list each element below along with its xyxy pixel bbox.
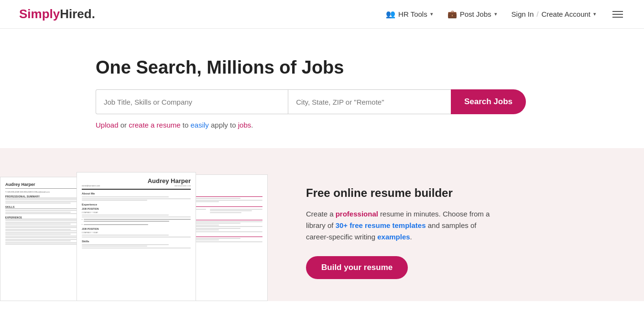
resume-line	[5, 212, 71, 213]
panel-desc-end: .	[410, 233, 412, 241]
resume-center-name: Audrey Harper	[148, 177, 191, 184]
resume-line	[82, 216, 191, 217]
logo-dot: .	[92, 7, 95, 21]
resume-previews: Audrey Harper T: 320-900-4328 320-900-43…	[0, 167, 277, 301]
hr-tools-nav[interactable]: 👥 HR Tools ▾	[386, 10, 433, 19]
resume-line	[5, 229, 71, 230]
hamburger-line-1	[612, 11, 623, 12]
sign-in-label: Sign In	[512, 10, 534, 18]
create-account-link[interactable]: Create Account ▾	[541, 10, 596, 18]
lower-section: Audrey Harper T: 320-900-4328 320-900-43…	[0, 148, 644, 301]
hamburger-line-2	[612, 14, 623, 15]
logo[interactable]: SimplyHired.	[19, 7, 95, 22]
nav-separator: /	[536, 10, 538, 18]
resume-line	[82, 196, 169, 197]
search-jobs-button[interactable]: Search Jobs	[451, 89, 526, 114]
hero-title: One Search, Millions of Jobs	[96, 57, 625, 78]
upload-resume-link[interactable]: Upload	[96, 121, 119, 129]
resume-center-header: name@surname.com Audrey Harper namesurna…	[82, 177, 191, 190]
resume-line	[82, 248, 191, 248]
panel-desc-highlight2: 30+ free resume templates	[336, 221, 426, 229]
resume-card-center: name@surname.com Audrey Harper namesurna…	[76, 172, 196, 301]
create-resume-link[interactable]: create a resume	[129, 121, 180, 129]
resume-center-bullets: •	[82, 218, 191, 223]
resume-builder-panel: Free online resume builder Create a prof…	[277, 167, 625, 298]
header-nav: 👥 HR Tools ▾ 💼 Post Jobs ▾ Sign In / Cre…	[386, 9, 625, 20]
resume-center-exp-title: Experience	[82, 203, 191, 206]
sign-in-link[interactable]: Sign In	[512, 10, 534, 18]
jobs-link[interactable]: jobs	[238, 121, 251, 129]
resume-line	[82, 200, 147, 201]
create-account-chevron-icon: ▾	[593, 11, 596, 17]
hr-tools-chevron-icon: ▾	[430, 11, 433, 17]
resume-center-company: COMPANY / YEAR	[82, 211, 191, 214]
resume-bullet-2	[84, 223, 191, 226]
panel-desc-part1: Create a	[306, 210, 336, 218]
resume-center-inner: name@surname.com Audrey Harper namesurna…	[77, 173, 196, 301]
post-jobs-label: Post Jobs	[460, 10, 491, 18]
easily-text: easily	[190, 121, 208, 129]
header: SimplyHired. 👥 HR Tools ▾ 💼 Post Jobs ▾ …	[0, 0, 644, 29]
location-search-input[interactable]	[288, 89, 451, 114]
panel-desc-highlight3: examples	[377, 233, 410, 241]
logo-hired: Hired	[60, 7, 91, 21]
resume-line	[82, 215, 169, 216]
logo-simply: Simply	[19, 7, 60, 21]
resume-center-bullets-2: •	[82, 223, 191, 226]
resume-center-website: namesurname.com	[148, 184, 191, 187]
build-resume-label: Build your resume	[321, 263, 393, 272]
post-jobs-chevron-icon: ▾	[494, 11, 497, 17]
resume-line	[5, 203, 71, 204]
resume-center-job-pos: JOB POSITION	[82, 207, 191, 210]
post-jobs-icon: 💼	[448, 10, 457, 19]
resume-link-line: Upload or create a resume to easily appl…	[96, 121, 625, 129]
resume-line	[82, 235, 169, 236]
hr-tools-icon: 👥	[386, 10, 395, 19]
panel-description: Create a professional resume in minutes.…	[306, 208, 497, 243]
resume-center-skills-title: Skills	[82, 240, 191, 243]
job-search-input[interactable]	[96, 89, 288, 114]
hamburger-menu-button[interactable]	[611, 9, 625, 20]
resume-center-job2: JOB POSITION	[82, 227, 191, 230]
search-bar: Search Jobs	[96, 89, 526, 114]
hamburger-line-3	[612, 17, 623, 18]
resume-center-email: name@surname.com	[82, 184, 100, 187]
hero-section: One Search, Millions of Jobs Search Jobs…	[0, 29, 644, 148]
post-jobs-nav[interactable]: 💼 Post Jobs ▾	[448, 10, 497, 19]
panel-desc-highlight1: professional	[336, 210, 378, 218]
resume-center-left: name@surname.com	[82, 184, 100, 187]
resume-bullet-1	[84, 218, 191, 223]
hr-tools-label: HR Tools	[398, 10, 427, 18]
build-resume-button[interactable]: Build your resume	[306, 256, 408, 279]
resume-center-about-title: About Me	[82, 192, 191, 195]
resume-center-company2: COMPANY / YEAR	[82, 231, 191, 234]
resume-center-name-block: Audrey Harper namesurname.com	[148, 177, 191, 187]
resume-line	[82, 244, 169, 245]
resume-line	[82, 246, 147, 247]
resume-line	[82, 237, 191, 237]
resume-line	[5, 224, 71, 225]
resume-line	[5, 234, 71, 235]
create-account-label: Create Account	[541, 10, 590, 18]
resume-line	[82, 198, 191, 199]
panel-title: Free online resume builder	[306, 186, 596, 200]
resume-right-skills-col2	[210, 208, 262, 216]
resume-line	[5, 240, 71, 241]
